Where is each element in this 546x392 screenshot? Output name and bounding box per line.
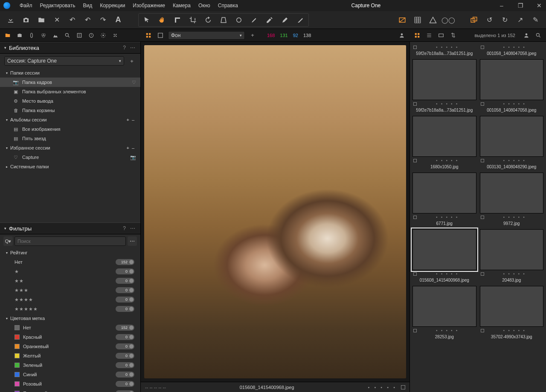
variants-icon[interactable]	[468, 14, 479, 26]
heal-icon[interactable]	[279, 14, 290, 26]
reload-icon[interactable]: ↻	[499, 14, 510, 26]
browser-person-icon[interactable]	[522, 31, 531, 40]
menu-Редактировать[interactable]: Редактировать	[40, 3, 76, 9]
tree-item[interactable]: 📷 Папка кадров ♡	[0, 78, 140, 87]
rating-5-star[interactable]: ★★★★★ 0	[0, 304, 140, 314]
rating-1-star[interactable]: ★ 0	[0, 267, 140, 276]
loupe-icon[interactable]	[172, 14, 183, 26]
main-image[interactable]	[144, 45, 406, 378]
browser-list-icon[interactable]	[425, 31, 433, 40]
tree-item[interactable]: ▣ Папка выбранных элементов	[0, 87, 140, 96]
grid-icon[interactable]	[412, 14, 423, 26]
rating-dots[interactable]: • • • • •	[368, 385, 397, 390]
thumbnail[interactable]: • • • • • 59f2e7b18a8a...73a01251.jpg	[412, 59, 476, 112]
search-options-icon[interactable]: ⋯	[128, 236, 137, 246]
rating-2-star[interactable]: ★★ 0	[0, 276, 140, 285]
capture-icon[interactable]	[20, 14, 32, 26]
sort-icon[interactable]: ⇅	[449, 31, 457, 40]
colorlabel-Зеленый[interactable]: Зеленый 0	[0, 360, 140, 370]
remove-icon[interactable]: –	[132, 145, 134, 150]
reset-icon[interactable]: ↺	[484, 14, 495, 26]
remove-icon[interactable]: –	[132, 117, 134, 122]
colorlabel-Нет[interactable]: Нет 152	[0, 323, 140, 332]
menu-Файл[interactable]: Файл	[20, 3, 32, 9]
compare-icon[interactable]: ◯◯	[443, 14, 454, 26]
rating-4-star[interactable]: ★★★★ 0	[0, 295, 140, 304]
tab-output-icon[interactable]	[111, 31, 119, 40]
window-minimize-button[interactable]: –	[498, 2, 505, 9]
more-icon[interactable]: ⋯	[129, 225, 136, 231]
rating-none[interactable]: Нет 152	[0, 257, 140, 267]
colorlabel-Розовый[interactable]: Розовый 0	[0, 379, 140, 389]
tree-item[interactable]: ▤ Пять звезд	[0, 134, 140, 143]
colorlabel-Желтый[interactable]: Желтый 0	[0, 351, 140, 360]
thumbnail[interactable]: • • • • • 003130_1408048290.jpeg	[480, 116, 544, 169]
add-layer-icon[interactable]: +	[248, 31, 257, 40]
export-icon[interactable]: ↗	[514, 14, 526, 26]
thumbnail[interactable]: • • • • • 59f2e7b18a8a...73a01251.jpg	[412, 44, 476, 56]
exposure-warning-icon[interactable]	[397, 14, 408, 26]
browser-search-icon[interactable]	[534, 31, 543, 40]
picker-icon[interactable]	[264, 14, 275, 26]
layer-select[interactable]: Фон ▾	[168, 31, 245, 40]
colorlabel-Синий[interactable]: Синий 0	[0, 370, 140, 379]
system-folders-header[interactable]: ▸Системные папки	[0, 162, 140, 171]
text-icon[interactable]: A	[113, 14, 124, 26]
keystone-icon[interactable]	[218, 14, 229, 26]
edit-icon[interactable]: ✎	[530, 14, 541, 26]
library-panel-header[interactable]: ▾ Библиотека ? ⋯	[0, 42, 140, 54]
tree-item[interactable]: ⚙ Место вывода	[0, 96, 140, 106]
tab-exposure-icon[interactable]	[51, 31, 60, 40]
thumbnail[interactable]: • • • • • 001058_1408047058.jpeg	[480, 44, 544, 56]
undo2-icon[interactable]: ↶	[82, 14, 93, 26]
menu-Коррекции[interactable]: Коррекции	[100, 3, 125, 9]
browser-film-icon[interactable]	[437, 31, 445, 40]
rotate-icon[interactable]	[203, 14, 214, 26]
view-grid-icon[interactable]	[144, 31, 153, 40]
brush-icon[interactable]	[249, 14, 260, 26]
filters-panel-header[interactable]: ▾ Фильтры ? ⋯	[0, 222, 140, 234]
tree-item[interactable]: ♡ Capture 📷	[0, 153, 140, 162]
tab-lens-icon[interactable]	[27, 31, 36, 40]
folder-icon[interactable]	[36, 14, 47, 26]
window-close-button[interactable]: ✕	[536, 2, 543, 9]
colorlabel-Красный[interactable]: Красный 0	[0, 332, 140, 342]
colorlabel-Пурпурный[interactable]: Пурпурный 0	[0, 389, 140, 392]
mask-icon[interactable]	[295, 14, 306, 26]
tree-item[interactable]: ▤ Все изображения	[0, 124, 140, 134]
rating-3-star[interactable]: ★★★ 0	[0, 285, 140, 295]
import-icon[interactable]	[5, 14, 16, 26]
crop-icon[interactable]	[187, 14, 198, 26]
tab-library-icon[interactable]	[3, 31, 12, 40]
thumbnail[interactable]: • • • • • 1680x1050.jpg	[412, 116, 476, 169]
spot-icon[interactable]	[233, 14, 244, 26]
add-icon[interactable]: +	[126, 145, 129, 150]
menu-Справка[interactable]: Справка	[218, 3, 238, 9]
tab-adjust-icon[interactable]	[99, 31, 107, 40]
alert-icon[interactable]	[427, 14, 439, 26]
help-icon[interactable]: ?	[122, 225, 127, 231]
rating-header[interactable]: ▾Рейтинг	[0, 248, 140, 257]
hand-icon[interactable]	[157, 14, 168, 26]
menu-Камера[interactable]: Камера	[173, 3, 191, 9]
window-maximize-button[interactable]: ❐	[517, 2, 524, 9]
color-tag-box[interactable]	[401, 385, 405, 389]
session-select[interactable]: Сессия: Capture One ▾	[4, 56, 124, 66]
tab-capture-icon[interactable]	[15, 31, 24, 40]
session-fav-header[interactable]: ▾Избранное сессии + –	[0, 143, 140, 153]
menu-Изображение[interactable]: Изображение	[133, 3, 165, 9]
tab-search-icon[interactable]	[63, 31, 72, 40]
thumbnail[interactable]: • • • • • 015608_1415400968.jpeg	[412, 229, 476, 282]
session-folders-header[interactable]: ▾Папки сессии	[0, 68, 140, 78]
view-single-icon[interactable]	[156, 31, 165, 40]
thumbnail[interactable]: • • • • • 28253.jpg	[412, 286, 476, 339]
add-icon[interactable]: +	[126, 117, 129, 122]
undo-icon[interactable]: ↶	[67, 14, 78, 26]
pointer-icon[interactable]	[141, 14, 152, 26]
person-icon[interactable]	[398, 31, 406, 40]
thumbnail[interactable]: • • • • • 20483.jpg	[480, 229, 544, 282]
menu-Вид[interactable]: Вид	[83, 3, 92, 9]
tab-details-icon[interactable]	[75, 31, 84, 40]
colorlabel-Оранжевый[interactable]: Оранжевый 0	[0, 342, 140, 351]
menu-Окно[interactable]: Окно	[198, 3, 210, 9]
